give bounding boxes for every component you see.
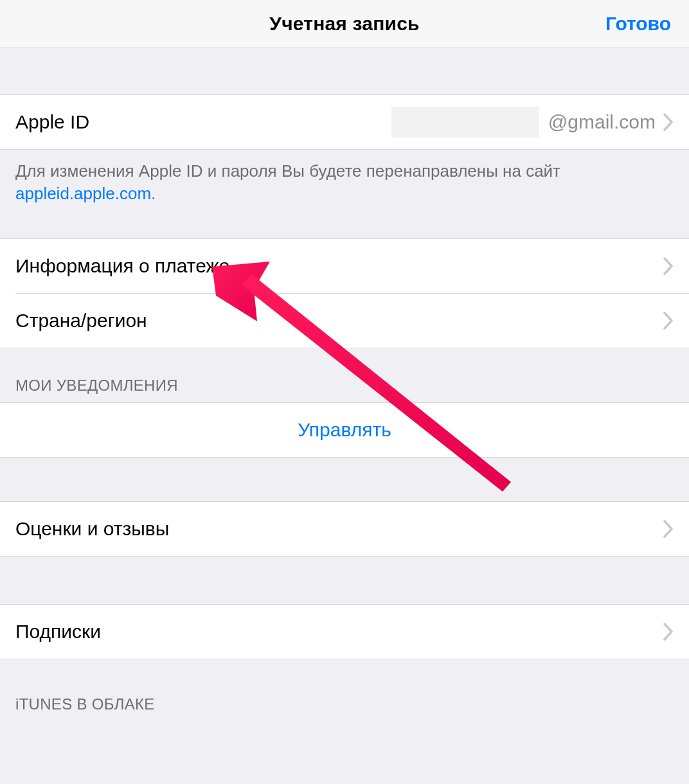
chevron-right-icon — [663, 257, 674, 275]
payment-info-row[interactable]: Информация о платеже — [0, 239, 689, 293]
country-region-label: Страна/регион — [15, 310, 147, 332]
apple-id-note-text: Для изменения Apple ID и пароля Вы будет… — [15, 161, 560, 181]
country-region-row[interactable]: Страна/регион — [0, 294, 689, 348]
chevron-right-icon — [663, 623, 674, 641]
settings-content: Apple ID @gmail.com Для изменения Apple … — [0, 48, 689, 726]
section-header-notifications: МОИ УВЕДОМЛЕНИЯ — [0, 348, 689, 402]
apple-id-row[interactable]: Apple ID @gmail.com — [0, 95, 689, 149]
apple-id-label: Apple ID — [15, 111, 89, 133]
section-header-itunes-cloud: iTUNES В ОБЛАКЕ — [0, 659, 689, 726]
subscriptions-group: Подписки — [0, 604, 689, 659]
payment-info-label: Информация о платеже — [15, 255, 229, 277]
manage-row[interactable]: Управлять — [0, 403, 689, 457]
payment-region-group: Информация о платеже Страна/регион — [0, 238, 689, 348]
ratings-reviews-label: Оценки и отзывы — [15, 518, 169, 540]
apple-id-footer-note: Для изменения Apple ID и пароля Вы будет… — [0, 150, 689, 211]
ratings-reviews-row[interactable]: Оценки и отзывы — [0, 502, 689, 556]
navigation-bar: Учетная запись Готово — [0, 0, 689, 48]
chevron-right-icon — [663, 312, 674, 330]
done-button[interactable]: Готово — [605, 13, 671, 35]
apple-id-redacted — [391, 107, 539, 138]
subscriptions-label: Подписки — [15, 621, 101, 643]
ratings-group: Оценки и отзывы — [0, 501, 689, 557]
manage-label: Управлять — [298, 419, 391, 441]
subscriptions-row[interactable]: Подписки — [0, 605, 689, 659]
page-title: Учетная запись — [269, 13, 419, 35]
apple-id-note-period: . — [151, 184, 156, 203]
apple-id-link[interactable]: appleid.apple.com — [15, 184, 151, 203]
chevron-right-icon — [663, 113, 674, 131]
apple-id-group: Apple ID @gmail.com — [0, 94, 689, 150]
chevron-right-icon — [663, 520, 674, 538]
manage-group: Управлять — [0, 402, 689, 458]
apple-id-value: @gmail.com — [548, 111, 656, 133]
